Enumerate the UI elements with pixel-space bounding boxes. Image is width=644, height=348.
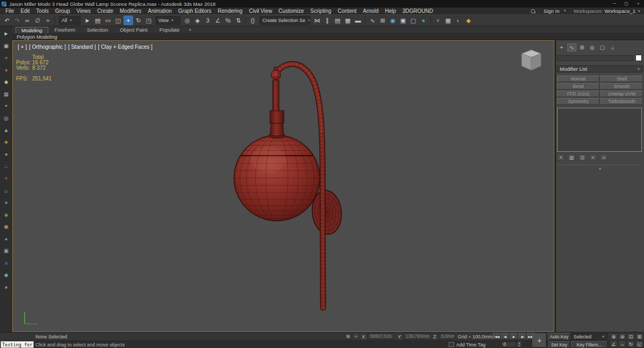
edit-named-selection-sets-icon[interactable]: {} <box>248 16 258 25</box>
use-pivot-point-icon[interactable]: ◎ <box>182 16 192 25</box>
menu-item[interactable]: Scripting <box>307 8 334 14</box>
frame-number-field[interactable]: 0 <box>501 341 516 347</box>
unlink-selection-icon[interactable]: ∅ <box>33 16 42 25</box>
frame-spinner[interactable]: ▲▼ <box>517 341 522 347</box>
menu-item[interactable]: Content <box>334 8 360 14</box>
modifier-set-button[interactable]: FFD 2x2x2 <box>557 91 599 97</box>
render-production-icon[interactable]: ● <box>419 16 428 25</box>
menu-item[interactable]: Customize <box>275 8 307 14</box>
menu-item[interactable]: Help <box>382 8 399 14</box>
bind-to-space-warp-icon[interactable]: ≈ <box>43 16 53 25</box>
scene-explorer-icon[interactable]: ▤ <box>333 16 342 25</box>
menu-item[interactable]: 3DGROUND <box>399 8 436 14</box>
menu-item[interactable]: Rendering <box>215 8 246 14</box>
create-tab-icon[interactable]: + <box>557 43 566 51</box>
previous-frame-button[interactable]: ◀| <box>501 333 509 339</box>
more-tools-icon[interactable]: ▾ <box>433 16 443 25</box>
viewport-menu-segment[interactable]: [ Orthographic ] <box>29 44 66 50</box>
spinner-snap-icon[interactable]: ⇅ <box>233 16 243 25</box>
select-object-icon[interactable]: ► <box>83 16 92 25</box>
remove-modifier-icon[interactable]: × <box>589 154 597 161</box>
set-keys-button[interactable]: + <box>532 334 546 347</box>
left-tool-18[interactable]: ● <box>2 235 10 243</box>
left-tool-8[interactable]: ◎ <box>2 114 10 122</box>
utilities-tab-icon[interactable]: ⌂ <box>608 43 617 51</box>
snaps-toggle-icon[interactable]: 3 <box>203 16 213 25</box>
left-tool-15[interactable]: ● <box>2 198 10 206</box>
modifier-set-button[interactable]: Symmetry <box>557 98 599 105</box>
ribbon-tab[interactable]: Modeling <box>16 27 48 33</box>
ribbon-toggle-icon[interactable]: ▬ <box>353 16 363 25</box>
left-tool-11[interactable]: ● <box>2 150 10 158</box>
absolute-offset-toggle-icon[interactable]: + <box>353 333 360 339</box>
left-tool-19[interactable]: ▣ <box>2 247 10 255</box>
menu-item[interactable]: Create <box>94 8 116 14</box>
left-tool-2[interactable]: ▣ <box>2 42 10 50</box>
key-filters-button[interactable]: Key Filters... <box>571 341 608 348</box>
menu-item[interactable]: Modifiers <box>116 8 145 14</box>
set-key-button[interactable]: Set Key <box>548 341 570 348</box>
modifier-set-button[interactable]: Unwrap UVW <box>601 91 643 97</box>
menu-item[interactable]: Graph Editors <box>175 8 215 14</box>
left-tool-4[interactable]: ● <box>2 66 10 74</box>
minimize-button[interactable]: ─ <box>609 0 620 8</box>
field-of-view-icon[interactable]: ∠ <box>610 340 618 347</box>
modifier-stack-list[interactable] <box>557 108 642 152</box>
select-by-name-icon[interactable]: ▤ <box>93 16 103 25</box>
align-icon[interactable]: ∥ <box>323 16 332 25</box>
viewport-menu-segment[interactable]: [ Clay + Edged Faces ] <box>98 44 152 50</box>
schematic-view-icon[interactable]: ⊞ <box>378 16 387 25</box>
menu-item[interactable]: Group <box>52 8 74 14</box>
left-tool-10[interactable]: ☀ <box>2 138 10 146</box>
selection-set-dropdown[interactable]: Selected <box>571 333 608 340</box>
left-tool-17[interactable]: ◉ <box>2 223 10 231</box>
motion-tab-icon[interactable]: ◎ <box>588 43 597 51</box>
select-and-rotate-icon[interactable]: ↻ <box>134 16 143 25</box>
modify-tab-icon[interactable]: ∿ <box>567 43 576 51</box>
menu-item[interactable]: Civil View <box>246 8 275 14</box>
select-and-move-icon[interactable]: + <box>123 16 133 25</box>
go-to-start-button[interactable]: |◀◀ <box>493 333 501 339</box>
rollout-scroll-nub[interactable]: ▾ <box>599 167 601 171</box>
pan-icon[interactable]: ↔ <box>618 340 626 347</box>
next-frame-button[interactable]: |▶ <box>518 333 526 339</box>
object-name-field[interactable] <box>557 55 633 61</box>
view-cube[interactable] <box>515 48 546 74</box>
zoom-icon[interactable]: ⊕ <box>610 333 618 340</box>
y-coordinate-field[interactable]: 139,793mm <box>404 333 430 339</box>
left-tool-20[interactable]: ■ <box>2 259 10 267</box>
select-and-link-icon[interactable]: ∞ <box>23 16 32 25</box>
viewport-canvas[interactable] <box>13 41 554 331</box>
menu-item[interactable]: Arnold <box>360 8 382 14</box>
material-editor-icon[interactable]: ◉ <box>388 16 398 25</box>
modifier-set-button[interactable]: TurboSmooth <box>601 98 643 105</box>
mirror-icon[interactable]: ⋈ <box>312 16 322 25</box>
render-shaded-icon[interactable]: ◐ <box>453 16 463 25</box>
left-tool-13[interactable]: + <box>2 174 10 182</box>
modifier-list-dropdown[interactable]: Modifier List <box>557 65 643 72</box>
left-tool-14[interactable]: ⌂ <box>2 187 10 195</box>
left-tool-21[interactable]: ◆ <box>2 271 10 279</box>
select-and-manipulate-icon[interactable]: ◈ <box>193 16 202 25</box>
left-tool-1[interactable]: ► <box>2 29 10 38</box>
viewport[interactable]: [ + ][ Orthographic ][ Standard ][ Clay … <box>12 40 554 332</box>
selection-filter-dropdown[interactable]: All <box>59 16 80 25</box>
left-tool-16[interactable]: ◈ <box>2 211 10 219</box>
percent-snap-icon[interactable]: % <box>223 16 233 25</box>
add-time-tag-icon[interactable] <box>449 342 454 347</box>
zoom-extents-icon[interactable]: ⊡ <box>627 333 635 340</box>
maximize-button[interactable]: ▢ <box>620 0 632 8</box>
left-tool-7[interactable]: ◓ <box>2 102 10 110</box>
make-unique-icon[interactable]: ⊡ <box>579 154 586 161</box>
menu-item[interactable]: Views <box>74 8 94 14</box>
ribbon-tab[interactable]: Selection <box>82 27 113 33</box>
ribbon-tab[interactable]: Freeform <box>49 27 81 33</box>
select-and-scale-icon[interactable]: ◳ <box>144 16 153 25</box>
close-button[interactable]: × <box>632 0 644 8</box>
hierarchy-tab-icon[interactable]: ⊞ <box>577 43 587 51</box>
zoom-extents-all-icon[interactable]: ⊞ <box>635 333 643 340</box>
left-tool-3[interactable]: ● <box>2 54 10 62</box>
modifier-set-button[interactable]: Smooth <box>601 83 643 90</box>
state-sets-icon[interactable]: ▦ <box>443 16 453 25</box>
menu-item[interactable]: File <box>2 8 17 14</box>
